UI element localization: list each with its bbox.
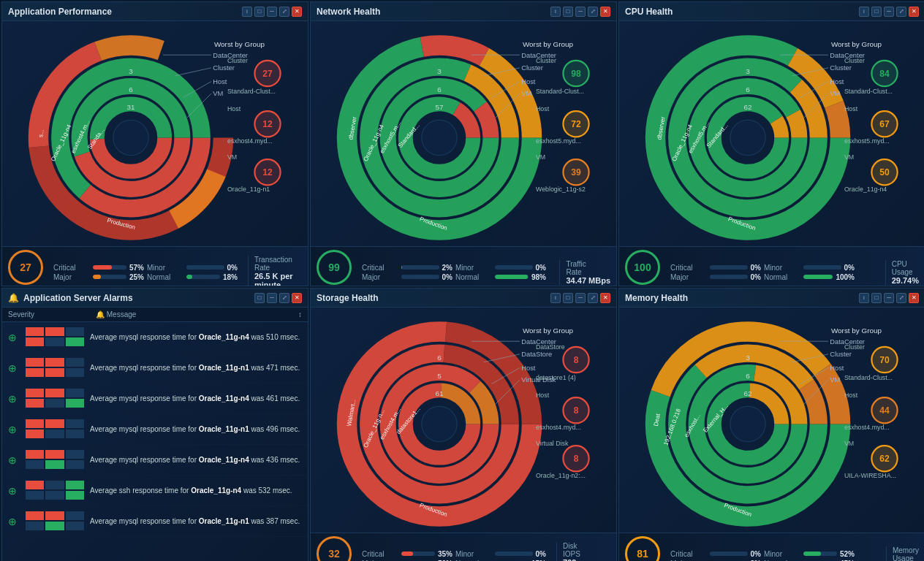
svg-text:61: 61	[435, 389, 444, 397]
close-btn-storage[interactable]: ✕	[600, 293, 610, 303]
severity-indicator	[26, 419, 84, 440]
svg-text:esxhost5.myd...: esxhost5.myd...	[536, 137, 581, 145]
svg-text:Host: Host	[844, 105, 858, 112]
close-btn-memory[interactable]: ✕	[909, 293, 919, 303]
info-btn-cpu[interactable]: i	[859, 7, 869, 17]
svg-text:31: 31	[126, 103, 135, 111]
info-btn-memory[interactable]: i	[859, 293, 869, 303]
svg-text:3: 3	[746, 354, 750, 362]
maximize-btn-network[interactable]: ⤢	[588, 7, 598, 17]
svg-text:50: 50	[879, 167, 890, 178]
minimize-btn-cpu[interactable]: ─	[884, 7, 894, 17]
add-icon: ⊕	[8, 516, 20, 527]
stats-bar-cpu: 100 Health Critical 0% Minor 0% Major	[619, 246, 924, 286]
svg-text:72: 72	[571, 119, 581, 129]
chart-area-app-performance: 3 6 31 DataCenter Cluster Host VM Oracle…	[2, 21, 308, 246]
svg-point-9	[113, 120, 148, 155]
metric-box-cpu: CPU Usage 29.74%	[885, 260, 919, 285]
square-btn-alarms[interactable]: □	[254, 293, 265, 303]
dashboard: Application Performance i □ ─ ⤢ ✕	[0, 0, 924, 561]
metric-box-network: Traffic Rate 34.47 MBps	[559, 260, 610, 285]
severity-indicator	[26, 511, 84, 532]
alarm-message: Average ssh response time for Oracle_11g…	[90, 486, 302, 495]
svg-text:6: 6	[437, 85, 442, 94]
svg-text:8: 8	[574, 454, 579, 464]
minimize-btn-network[interactable]: ─	[575, 7, 586, 17]
critical-pct: 57%	[129, 264, 144, 272]
svg-text:Oracle_11g-n2:...: Oracle_11g-n2:...	[536, 472, 586, 479]
minimize-btn[interactable]: ─	[267, 7, 277, 17]
svg-text:Host: Host	[830, 365, 844, 372]
panel-header-network: Network Health i □ ─ ⤢ ✕	[311, 2, 616, 21]
svg-point-87	[730, 120, 765, 155]
alarm-message: Average mysql response time for Oracle_1…	[90, 455, 302, 465]
svg-text:3: 3	[437, 67, 442, 75]
svg-text:98: 98	[571, 69, 581, 79]
minimize-btn-alarms[interactable]: ─	[267, 293, 277, 303]
alarm-row: ⊕ Average mysql response time for Oracle…	[2, 353, 308, 383]
svg-text:5: 5	[437, 372, 442, 380]
svg-text:6: 6	[746, 85, 750, 94]
panel-title-cpu: CPU Health	[625, 7, 859, 17]
svg-text:Cluster: Cluster	[830, 351, 852, 358]
info-btn[interactable]: i	[242, 7, 252, 17]
maximize-btn-memory[interactable]: ⤢	[896, 293, 906, 303]
maximize-btn-storage[interactable]: ⤢	[588, 293, 598, 303]
alarm-row: ⊕ Average ssh response time for Oracle_1…	[2, 476, 308, 506]
add-icon: ⊕	[8, 485, 20, 497]
minor-label: Minor	[147, 264, 183, 272]
svg-text:67: 67	[879, 119, 890, 129]
info-btn-storage[interactable]: i	[550, 293, 561, 303]
svg-text:6: 6	[437, 354, 442, 362]
maximize-btn-cpu[interactable]: ⤢	[896, 7, 906, 17]
panel-alarms: 🔔 Application Server Alarms □ ─ ⤢ ✕ Seve…	[1, 288, 308, 561]
maximize-btn-alarms[interactable]: ⤢	[279, 293, 289, 303]
square-btn-memory[interactable]: □	[871, 293, 882, 303]
minimize-btn-storage[interactable]: ─	[575, 293, 586, 303]
stats-bar-memory: 81 Health Critical 0% Minor 52% Major	[619, 533, 924, 561]
panel-body-memory: 3 6 62 DataCenter Cluster Host VM 192.16…	[619, 308, 924, 561]
maximize-btn[interactable]: ⤢	[279, 7, 289, 17]
health-circle-network: 99	[317, 250, 352, 285]
svg-text:VM: VM	[213, 90, 223, 97]
square-btn-cpu[interactable]: □	[871, 7, 882, 17]
close-btn-network[interactable]: ✕	[600, 7, 610, 17]
close-btn[interactable]: ✕	[292, 7, 302, 17]
panel-controls-network: i □ ─ ⤢ ✕	[550, 7, 610, 17]
square-btn-storage[interactable]: □	[563, 293, 573, 303]
svg-text:datastore1 (4): datastore1 (4)	[536, 374, 576, 381]
info-btn-network[interactable]: i	[550, 7, 561, 17]
svg-text:Host: Host	[227, 105, 241, 112]
panel-header-storage: Storage Health i □ ─ ⤢ ✕	[311, 289, 616, 308]
panel-memory-health: Memory Health i □ ─ ⤢ ✕	[618, 288, 924, 561]
svg-text:esxhost5.myd...: esxhost5.myd...	[844, 137, 890, 145]
alarm-message: Average mysql response time for Oracle_1…	[90, 363, 302, 373]
svg-text:Oracle_11g-n4: Oracle_11g-n4	[844, 186, 887, 193]
alarm-row: ⊕ Average mysql response time for Oracle…	[2, 445, 308, 476]
close-btn-cpu[interactable]: ✕	[909, 7, 919, 17]
svg-point-125	[422, 406, 457, 441]
svg-text:Worst by Group: Worst by Group	[831, 327, 882, 335]
minimize-btn-memory[interactable]: ─	[884, 293, 894, 303]
alarm-message: Average mysql response time for Oracle_1…	[90, 394, 302, 403]
sort-icon[interactable]: ↕	[298, 310, 302, 318]
close-btn-alarms[interactable]: ✕	[292, 293, 302, 303]
stats-bar-storage: 32 Health Critical 35% Minor 0% Major	[311, 533, 616, 561]
svg-text:VM: VM	[844, 153, 854, 161]
svg-text:12: 12	[262, 119, 273, 129]
svg-text:esxhost4.myd...: esxhost4.myd...	[844, 424, 890, 431]
svg-text:VM: VM	[536, 153, 545, 161]
panel-header-memory: Memory Health i □ ─ ⤢ ✕	[619, 289, 924, 308]
panel-app-performance: Application Performance i □ ─ ⤢ ✕	[1, 1, 308, 286]
svg-text:70: 70	[879, 355, 890, 365]
square-btn[interactable]: □	[254, 7, 265, 17]
severity-indicator	[26, 327, 84, 348]
severity-col-header: Severity	[8, 310, 96, 318]
svg-text:s...: s...	[37, 129, 45, 137]
metric-box-storage: Disk IOPS 769 per second	[556, 542, 610, 562]
svg-text:Host: Host	[521, 78, 536, 85]
alarm-row: ⊕ Average mysql response time for Oracle…	[2, 506, 308, 537]
square-btn-network[interactable]: □	[563, 7, 573, 17]
health-circle-memory: 81	[625, 536, 660, 562]
panel-title-storage: Storage Health	[317, 293, 550, 303]
